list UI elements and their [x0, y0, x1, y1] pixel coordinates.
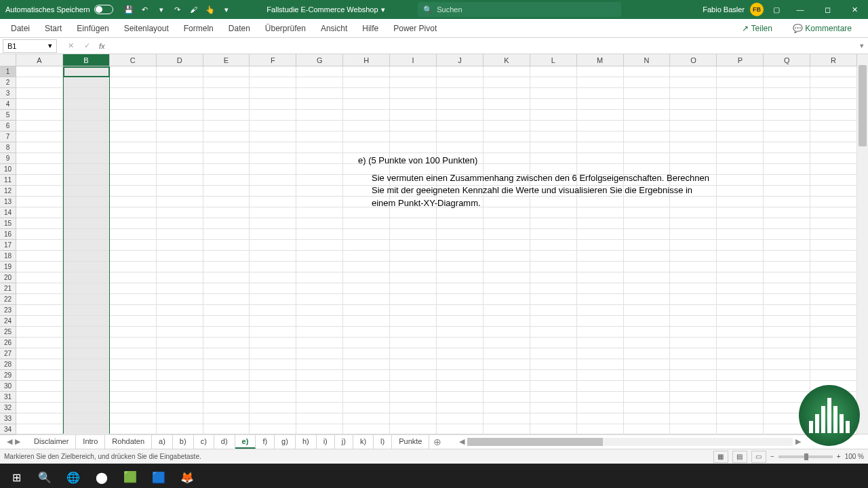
cell-D23[interactable]: [157, 305, 203, 316]
cell-G34[interactable]: [296, 424, 343, 435]
cell-L6[interactable]: [530, 121, 577, 131]
cell-G24[interactable]: [296, 316, 343, 327]
cell-B23[interactable]: [63, 305, 110, 316]
row-header-34[interactable]: 34: [0, 424, 16, 435]
cell-J25[interactable]: [437, 327, 484, 338]
cell-E19[interactable]: [203, 262, 250, 272]
cell-P7[interactable]: [717, 131, 764, 142]
row-header-21[interactable]: 21: [0, 283, 16, 294]
cell-G28[interactable]: [296, 359, 343, 370]
cell-L30[interactable]: [530, 381, 577, 392]
cell-M2[interactable]: [577, 77, 624, 88]
cell-M6[interactable]: [577, 121, 624, 131]
cell-P1[interactable]: [717, 66, 764, 77]
cell-B20[interactable]: [63, 272, 110, 283]
cell-K23[interactable]: [484, 305, 530, 316]
cell-Q30[interactable]: [764, 381, 810, 392]
cell-N3[interactable]: [624, 88, 671, 99]
cell-C24[interactable]: [110, 316, 157, 327]
cell-N2[interactable]: [624, 77, 671, 88]
cell-L15[interactable]: [530, 218, 577, 229]
cell-A19[interactable]: [16, 262, 63, 272]
cell-N6[interactable]: [624, 121, 671, 131]
cell-I32[interactable]: [390, 403, 437, 413]
cell-G14[interactable]: [296, 207, 343, 218]
cell-F21[interactable]: [250, 283, 296, 294]
cell-D10[interactable]: [157, 164, 203, 175]
cell-C26[interactable]: [110, 338, 157, 348]
cell-I29[interactable]: [390, 370, 437, 381]
row-header-13[interactable]: 13: [0, 197, 16, 207]
cell-P5[interactable]: [717, 110, 764, 121]
cell-K20[interactable]: [484, 272, 530, 283]
horizontal-scrollbar[interactable]: [467, 438, 793, 446]
cell-E20[interactable]: [203, 272, 250, 283]
cell-B2[interactable]: [63, 77, 110, 88]
cell-J3[interactable]: [437, 88, 484, 99]
cell-B22[interactable]: [63, 294, 110, 305]
cell-C17[interactable]: [110, 240, 157, 251]
cell-J19[interactable]: [437, 262, 484, 272]
row-header-24[interactable]: 24: [0, 316, 16, 327]
cell-E33[interactable]: [203, 413, 250, 424]
cell-B9[interactable]: [63, 153, 110, 164]
cell-A2[interactable]: [16, 77, 63, 88]
cell-L17[interactable]: [530, 240, 577, 251]
cell-D1[interactable]: [157, 66, 203, 77]
cell-N34[interactable]: [624, 424, 671, 435]
cell-L29[interactable]: [530, 370, 577, 381]
cell-Q9[interactable]: [764, 153, 810, 164]
cell-Q4[interactable]: [764, 99, 810, 110]
cell-P6[interactable]: [717, 121, 764, 131]
cell-N15[interactable]: [624, 218, 671, 229]
row-header-18[interactable]: 18: [0, 251, 16, 262]
cell-I15[interactable]: [390, 218, 437, 229]
cell-F26[interactable]: [250, 338, 296, 348]
cell-C31[interactable]: [110, 392, 157, 403]
brush-icon[interactable]: 🖌: [186, 2, 201, 17]
cell-F11[interactable]: [250, 175, 296, 186]
cancel-formula-icon[interactable]: ✕: [64, 41, 77, 50]
cell-O21[interactable]: [670, 283, 717, 294]
cell-A6[interactable]: [16, 121, 63, 131]
cell-J18[interactable]: [437, 251, 484, 262]
cell-D27[interactable]: [157, 348, 203, 359]
cell-G6[interactable]: [296, 121, 343, 131]
cell-F24[interactable]: [250, 316, 296, 327]
cell-G15[interactable]: [296, 218, 343, 229]
cell-C10[interactable]: [110, 164, 157, 175]
cell-F27[interactable]: [250, 348, 296, 359]
sheet-tab-f[interactable]: f): [256, 435, 275, 449]
cell-C9[interactable]: [110, 153, 157, 164]
cell-C14[interactable]: [110, 207, 157, 218]
cell-N1[interactable]: [624, 66, 671, 77]
cell-F13[interactable]: [250, 197, 296, 207]
cell-F33[interactable]: [250, 413, 296, 424]
cell-N4[interactable]: [624, 99, 671, 110]
ribbon-tab-hilfe[interactable]: Hilfe: [355, 21, 385, 36]
cell-B8[interactable]: [63, 142, 110, 153]
sheet-nav-arrows[interactable]: ◀ ▶: [0, 437, 27, 446]
cell-R2[interactable]: [810, 77, 857, 88]
cell-L16[interactable]: [530, 229, 577, 240]
cell-E4[interactable]: [203, 99, 250, 110]
cell-H8[interactable]: [343, 142, 390, 153]
cell-N28[interactable]: [624, 359, 671, 370]
row-header-26[interactable]: 26: [0, 338, 16, 348]
cell-R22[interactable]: [810, 294, 857, 305]
sheet-tab-b[interactable]: b): [173, 435, 194, 449]
cell-R12[interactable]: [810, 186, 857, 197]
cell-P14[interactable]: [717, 207, 764, 218]
ribbon-tab-datei[interactable]: Datei: [4, 21, 37, 36]
cell-G8[interactable]: [296, 142, 343, 153]
cell-E6[interactable]: [203, 121, 250, 131]
cell-O32[interactable]: [670, 403, 717, 413]
cell-D14[interactable]: [157, 207, 203, 218]
cell-H24[interactable]: [343, 316, 390, 327]
cell-P26[interactable]: [717, 338, 764, 348]
title-dropdown-icon[interactable]: ▾: [381, 5, 385, 14]
cell-Q17[interactable]: [764, 240, 810, 251]
cell-H34[interactable]: [343, 424, 390, 435]
cell-J22[interactable]: [437, 294, 484, 305]
qat-dropdown-icon[interactable]: ▾: [219, 2, 234, 17]
